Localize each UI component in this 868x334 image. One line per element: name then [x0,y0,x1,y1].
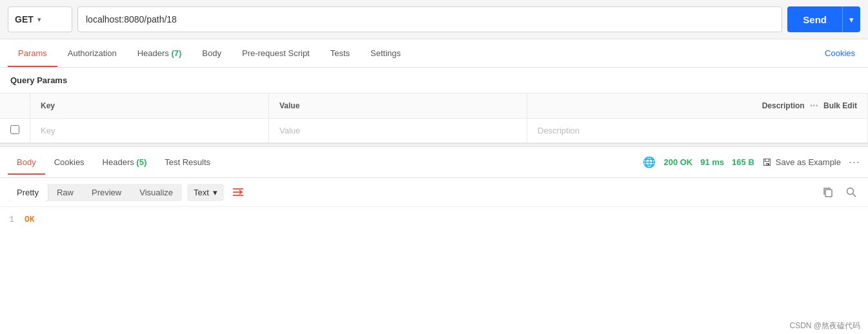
svg-point-4 [847,188,854,195]
method-label: GET [15,14,34,25]
copy-icon[interactable] [819,183,837,201]
svg-line-5 [853,194,856,197]
search-icon[interactable] [842,183,860,201]
footer-text: CSDN @熬夜磕代码 [789,321,860,330]
value-col-header: Value [269,93,527,119]
tab-body[interactable]: Body [192,39,232,67]
cookies-link[interactable]: Cookies [820,39,860,67]
tab-settings[interactable]: Settings [360,39,411,67]
ellipsis-icon[interactable]: ··· [810,100,818,112]
row-checkbox-cell [0,119,30,143]
code-area: 1 OK [0,207,868,232]
send-button-group: Send ▾ [787,6,860,32]
key-col-header: Key [30,93,269,119]
response-tab-test-results[interactable]: Test Results [156,150,219,175]
url-input[interactable] [77,6,782,32]
query-params-label: Query Params [0,68,868,93]
code-content: OK [25,215,35,224]
footer: CSDN @熬夜磕代码 [782,318,868,334]
description-cell[interactable]: Description [527,119,868,143]
text-type-chevron-icon: ▾ [213,188,217,197]
params-table: Key Value Description ··· Bulk Edit Key … [0,93,868,143]
send-dropdown-button[interactable]: ▾ [842,6,860,32]
response-status-size: 165 B [732,157,754,167]
save-example-button[interactable]: 🖫 Save as Example [762,157,841,168]
response-bar: Body Cookies Headers (5) Test Results 🌐 … [0,147,868,178]
url-bar: GET ▾ Send ▾ [0,0,868,39]
response-meta: 🌐 200 OK 91 ms 165 B 🖫 Save as Example ·… [643,155,860,169]
method-selector[interactable]: GET ▾ [8,6,72,32]
format-group: Pretty Raw Preview Visualize [8,184,182,201]
format-pretty-button[interactable]: Pretty [8,184,48,201]
checkbox-col-header [0,93,30,119]
globe-icon: 🌐 [643,156,656,168]
format-visualize-button[interactable]: Visualize [130,184,182,201]
wrap-lines-icon[interactable] [229,183,247,201]
tab-headers[interactable]: Headers (7) [127,39,192,67]
bulk-edit-button[interactable]: Bulk Edit [823,101,857,110]
method-chevron-icon: ▾ [37,15,41,24]
tab-pre-request-script[interactable]: Pre-request Script [232,39,320,67]
code-line: 1 OK [0,215,868,224]
response-tab-cookies[interactable]: Cookies [45,150,94,175]
desc-col-header: Description ··· Bulk Edit [527,93,868,119]
save-icon: 🖫 [762,157,772,168]
format-raw-button[interactable]: Raw [48,184,83,201]
tab-authorization[interactable]: Authorization [57,39,127,67]
tab-params[interactable]: Params [8,39,57,67]
key-cell[interactable]: Key [30,119,269,143]
more-options-icon[interactable]: ··· [849,155,860,169]
request-tabs-bar: Params Authorization Headers (7) Body Pr… [0,39,868,68]
format-preview-button[interactable]: Preview [83,184,130,201]
response-status-time: 91 ms [700,157,724,167]
line-number: 1 [5,215,25,224]
response-tab-body[interactable]: Body [8,150,45,175]
format-bar: Pretty Raw Preview Visualize Text ▾ [0,178,868,207]
table-row: Key Value Description [0,119,868,143]
svg-rect-3 [825,190,832,197]
send-button[interactable]: Send [787,6,842,32]
text-type-dropdown[interactable]: Text ▾ [187,184,224,201]
tab-tests[interactable]: Tests [320,39,360,67]
response-status-code: 200 OK [663,157,692,167]
row-checkbox[interactable] [10,125,19,134]
value-cell[interactable]: Value [269,119,527,143]
response-tab-headers[interactable]: Headers (5) [94,150,156,175]
